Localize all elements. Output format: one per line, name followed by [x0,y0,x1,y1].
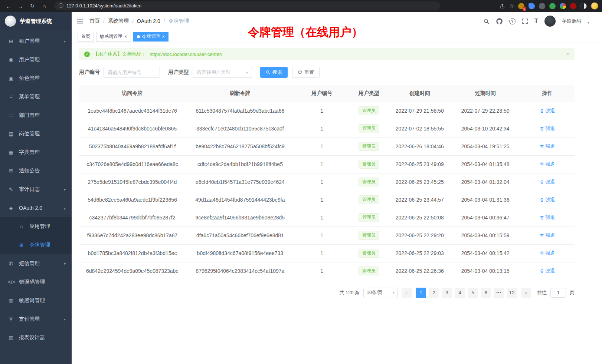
doc-link[interactable]: https://doc.iocoder.cn/user-center/ [150,52,222,57]
force-logout-button[interactable]: 强退 [540,232,555,239]
sidebar-item-notice[interactable]: ✉ 通知公告 [0,162,72,180]
extension-icon-pinwheel[interactable] [560,3,566,9]
success-check-icon: ✓ [84,52,90,57]
pagination-total: 共 120 条 [339,289,360,296]
sidebar-item-dept[interactable]: ∷ 部门管理 [0,106,72,125]
share-icon[interactable] [500,3,505,9]
sidebar-item-post[interactable]: ▤ 岗位管理 [0,125,72,143]
extension-icon-blocker[interactable]: 0 [518,3,524,9]
refresh-token-cell: e6cfd40eb1f54571a31e775e039c4624 [186,173,295,191]
sidebar-item-sensitive-word[interactable]: ▥ 敏感词管理 [0,291,72,310]
sidebar-item-role[interactable]: ▣ 角色管理 [0,69,72,87]
page-number-button[interactable]: 12 [507,288,517,298]
tab-token-manage[interactable]: 令牌管理 × [133,32,169,42]
sidebar-item-error-code[interactable]: </> 错误码管理 [0,273,72,291]
extension-icon-green[interactable] [549,3,556,9]
force-logout-label: 强退 [546,179,555,185]
browser-reload-button[interactable]: ↻ [27,1,37,11]
create-time-cell: 2022-06-25 23:49:09 [389,155,451,173]
page-number-button[interactable]: 5 [468,288,478,298]
user-type-cell: 管理员 [349,244,389,262]
extension-icon-red[interactable] [570,3,576,9]
user-type-select[interactable]: 请选择用户类型 ▾ [193,67,252,78]
sidebar-item-report-designer[interactable]: ▧ 报表设计器 [0,328,72,347]
browser-profile-avatar[interactable] [591,2,598,10]
user-menu-caret-icon[interactable]: ▾ [588,20,589,24]
tab-sensitive-word[interactable]: 敏感词管理 × [96,32,131,42]
extension-icon-drop[interactable] [529,3,535,9]
extension-icon-contrast[interactable] [580,3,587,9]
sidebar-item-sms[interactable]: ✆ 短信管理 ▾ [0,254,72,273]
github-icon[interactable] [496,18,503,25]
close-icon[interactable]: × [162,34,165,39]
breadcrumb-oauth2[interactable]: OAuth 2.0 [129,18,160,24]
breadcrumb-home[interactable]: 首页 [89,18,100,24]
browser-chrome: ← → ↻ ⌂ ⓘ 127.0.0.1:1024/system/oauth2/t… [0,0,602,12]
page-content: ✓ 【用户体系】文档地址： https://doc.iocoder.cn/use… [72,43,602,364]
font-size-icon[interactable]: T [534,17,538,25]
table-row: 54d6be82ee5a460a9aedc1f9bf223656 49d1aa4… [79,191,575,209]
page-number-button[interactable]: 6 [481,288,491,298]
page-size-select[interactable]: 10条/页 ▾ [363,288,398,298]
search-button[interactable]: 搜索 [260,67,288,78]
page-number-button[interactable]: 2 [429,288,439,298]
user-type-badge: 管理员 [359,195,379,204]
refresh-token-cell: 9ce8ef2aa9f14056b831ae9b608e28d5 [186,209,295,226]
app-title: 芋道管理系统 [20,18,52,25]
force-logout-button[interactable]: 强退 [540,268,555,274]
sidebar-item-tenant[interactable]: ⊞ 租户管理 ▾ [0,32,72,50]
browser-forward-button[interactable]: → [16,1,25,11]
page-number-button[interactable]: 4 [455,288,465,298]
close-icon[interactable]: × [124,34,127,39]
sidebar-item-label: 用户管理 [19,56,68,63]
user-avatar[interactable] [544,16,556,27]
oauth-icon: ◈ [8,205,14,211]
prev-page-button[interactable]: ‹ [402,288,412,298]
sidebar-item-menu[interactable]: ≡ 菜单管理 [0,87,72,106]
breadcrumb-system[interactable]: 系统管理 [100,18,129,24]
user-name[interactable]: 芋道源码 [562,18,581,24]
sidebar-item-oauth2-token[interactable]: ⊛ 令牌管理 [0,236,72,254]
url-text: 127.0.0.1:1024/system/oauth2/token [66,3,141,9]
page-number-button[interactable]: 3 [442,288,452,298]
reset-button[interactable]: 重置 [292,67,320,78]
force-logout-button[interactable]: 强退 [540,143,555,150]
sidebar-item-audit-log[interactable]: ✎ 审计日志 ▾ [0,180,72,199]
goto-page-input[interactable] [550,288,566,298]
force-logout-button[interactable]: 强退 [540,214,555,221]
app-logo-row[interactable]: 芋道管理系统 [0,12,72,30]
user-id-input[interactable] [104,67,160,78]
next-page-button[interactable]: › [521,288,531,298]
breadcrumb: 首页 系统管理 OAuth 2.0 令牌管理 [89,18,189,24]
force-logout-button[interactable]: 强退 [540,179,555,185]
fullscreen-icon[interactable] [522,18,528,24]
sms-icon: ✆ [8,261,14,267]
tab-home[interactable]: 首页 [78,32,94,42]
bookmark-star-icon[interactable]: ☆ [509,3,514,9]
force-logout-button[interactable]: 强退 [540,250,555,257]
address-bar[interactable]: ⓘ 127.0.0.1:1024/system/oauth2/token [54,1,440,10]
sidebar-item-label: 部门管理 [19,112,68,119]
user-id-cell: 1 [295,102,349,120]
sidebar-item-oauth2-app[interactable]: ⌂ 应用管理 [0,217,72,236]
sidebar-item-oauth2[interactable]: ◈ OAuth 2.0 ▴ [0,199,72,217]
page-number-button[interactable]: ••• [494,288,504,298]
browser-home-button[interactable]: ⌂ [39,1,49,11]
sidebar-item-payment[interactable]: ¥ 支付管理 ▾ [0,310,72,328]
alert-close-icon[interactable]: × [566,51,569,57]
table-row: c347026e805e4d99b0d116eae66eda8c cdfc4ce… [79,155,575,173]
extension-icon-dark[interactable] [539,3,545,9]
sidebar-item-dict[interactable]: ▦ 字典管理 [0,143,72,162]
sidebar-item-user[interactable]: ◉ 用户管理 [0,50,72,69]
force-logout-button[interactable]: 强退 [540,107,555,114]
help-icon[interactable]: ? [509,18,516,24]
force-logout-button[interactable]: 强退 [540,196,555,203]
sidebar-fold-icon[interactable] [77,18,84,24]
table-row: c342377bf8b344799dcbf7bf095287f2 9ce8ef2… [79,209,575,226]
search-icon[interactable] [483,18,490,24]
force-logout-button[interactable]: 强退 [540,125,555,132]
force-logout-button[interactable]: 强退 [540,161,555,168]
browser-back-button[interactable]: ← [4,1,13,11]
page-number-button[interactable]: 1 [416,288,426,298]
site-info-icon[interactable]: ⓘ [59,3,63,9]
